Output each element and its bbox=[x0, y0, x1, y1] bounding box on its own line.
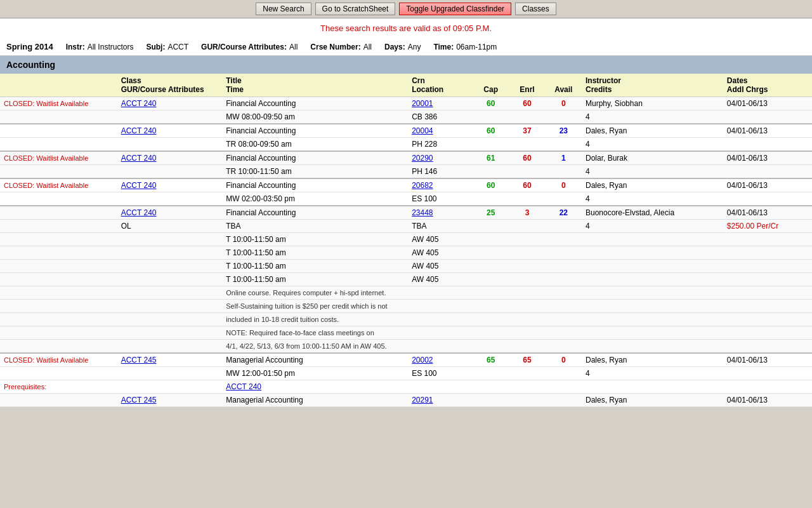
course-link[interactable]: ACCT 240 bbox=[121, 208, 157, 217]
section-header: Accounting bbox=[0, 56, 812, 74]
col-header-crn: Crn Location bbox=[408, 74, 473, 97]
closed-label: CLOSED: Waitlist Available bbox=[4, 100, 88, 107]
instr-item: Instr: All Instructors bbox=[66, 43, 134, 51]
crn-link[interactable]: 20001 bbox=[412, 99, 433, 108]
instr-value: All Instructors bbox=[88, 43, 134, 51]
table-row: ACCT 245 Managerial Accounting 20291 Dal… bbox=[0, 394, 812, 407]
scratch-sheet-button[interactable]: Go to ScratchSheet bbox=[315, 3, 396, 15]
col-header-title: Title Time bbox=[222, 74, 408, 97]
results-table: Class GUR/Course Attributes Title Time C… bbox=[0, 74, 812, 407]
column-header-row: Class GUR/Course Attributes Title Time C… bbox=[0, 74, 812, 97]
course-link[interactable]: ACCT 240 bbox=[121, 154, 157, 163]
col-header-instructor: Instructor Credits bbox=[582, 74, 723, 97]
row1-cap: 60 bbox=[473, 97, 509, 110]
table-row: MW 12:00-01:50 pm ES 100 4 bbox=[0, 367, 812, 380]
crse-label: Crse Number: bbox=[310, 43, 360, 51]
note-text: Online course. Requires computer + hi-sp… bbox=[226, 289, 386, 297]
table-row: MW 02:00-03:50 pm ES 100 4 bbox=[0, 192, 812, 206]
subj-label: Subj: bbox=[146, 43, 165, 51]
crn-link[interactable]: 20290 bbox=[412, 154, 433, 163]
status-bar: These search results are valid as of 09:… bbox=[0, 18, 812, 38]
note-text: NOTE: Required face-to-face class meetin… bbox=[226, 329, 374, 337]
row1-status: CLOSED: Waitlist Available bbox=[0, 97, 117, 110]
row1-location: CB 386 bbox=[408, 110, 473, 124]
table-row: TR 10:00-11:50 am PH 146 4 bbox=[0, 165, 812, 179]
gur-value: All bbox=[289, 43, 298, 51]
col-header-cap: Cap bbox=[473, 74, 509, 97]
prereq-course-link[interactable]: ACCT 240 bbox=[226, 382, 261, 391]
time-item: Time: 06am-11pm bbox=[433, 43, 497, 51]
row1-dates: 04/01-06/13 bbox=[723, 97, 812, 110]
row1-enrl: 60 bbox=[509, 97, 545, 110]
days-value: Any bbox=[408, 43, 421, 51]
col-header-enrl: Enrl bbox=[509, 74, 545, 97]
col-header-dates: Dates Addl Chrgs bbox=[723, 74, 812, 97]
row1-title: Financial Accounting bbox=[222, 97, 408, 110]
gur-item: GUR/Course Attributes: All bbox=[201, 43, 298, 51]
crn-link[interactable]: 20002 bbox=[412, 356, 433, 364]
instr-label: Instr: bbox=[66, 43, 85, 51]
closed-label: CLOSED: Waitlist Available bbox=[4, 182, 88, 189]
table-row: ACCT 240 Financial Accounting 23448 25 3… bbox=[0, 206, 812, 220]
table-row: T 10:00-11:50 am AW 405 bbox=[0, 233, 812, 246]
semester-label: Spring 2014 bbox=[6, 42, 53, 51]
note-text: 4/1, 4/22, 5/13, 6/3 from 10:00-11:50 AM… bbox=[226, 342, 386, 350]
table-row: OL TBA TBA 4 $250.00 Per/Cr bbox=[0, 220, 812, 233]
table-row: CLOSED: Waitlist Available ACCT 240 Fina… bbox=[0, 151, 812, 165]
prereq-label: Prerequisites: bbox=[4, 383, 46, 391]
course-link[interactable]: ACCT 245 bbox=[121, 396, 157, 404]
course-link[interactable]: ACCT 240 bbox=[121, 181, 157, 190]
crn-link[interactable]: 20291 bbox=[412, 396, 433, 404]
table-row: T 10:00-11:50 am AW 405 bbox=[0, 246, 812, 260]
row1-crn: 20001 bbox=[408, 97, 473, 110]
course-link[interactable]: ACCT 245 bbox=[121, 356, 157, 364]
table-row: CLOSED: Waitlist Available ACCT 240 Fina… bbox=[0, 178, 812, 192]
section-title: Accounting bbox=[6, 60, 55, 70]
row1-avail: 0 bbox=[546, 97, 582, 110]
table-row: T 10:00-11:50 am AW 405 bbox=[0, 273, 812, 286]
table-row: Online course. Requires computer + hi-sp… bbox=[0, 286, 812, 300]
course-link[interactable]: ACCT 240 bbox=[121, 99, 157, 108]
note-text: included in 10-18 credit tuition costs. bbox=[226, 316, 339, 323]
crn-link[interactable]: 20682 bbox=[412, 181, 433, 190]
table-row: CLOSED: Waitlist Available ACCT 240 Fina… bbox=[0, 97, 812, 110]
toolbar: New Search Go to ScratchSheet Toggle Upg… bbox=[0, 0, 812, 18]
table-row: NOTE: Required face-to-face class meetin… bbox=[0, 326, 812, 340]
addl-charge: $250.00 Per/Cr bbox=[727, 222, 778, 231]
row1-time: MW 08:00-09:50 am bbox=[222, 110, 408, 124]
time-value: 06am-11pm bbox=[456, 43, 497, 51]
col-header-class: Class GUR/Course Attributes bbox=[117, 74, 223, 97]
table-row: T 10:00-11:50 am AW 405 bbox=[0, 260, 812, 273]
table-row: Prerequisites: ACCT 240 bbox=[0, 380, 812, 394]
col-header-status bbox=[0, 74, 117, 97]
table-row: ACCT 240 Financial Accounting 20004 60 3… bbox=[0, 124, 812, 138]
row1-instructor: Murphy, Siobhan bbox=[582, 97, 723, 110]
crse-item: Crse Number: All bbox=[310, 43, 372, 51]
time-label: Time: bbox=[433, 43, 454, 51]
subj-value: ACCT bbox=[167, 43, 188, 51]
note-text: Self-Sustaining tuition is $250 per cred… bbox=[226, 302, 387, 310]
gur-label: GUR/Course Attributes: bbox=[201, 43, 287, 51]
status-message: These search results are valid as of 09:… bbox=[320, 23, 492, 33]
closed-label: CLOSED: Waitlist Available bbox=[4, 154, 88, 162]
classes-button[interactable]: Classes bbox=[515, 3, 556, 15]
table-row: included in 10-18 credit tuition costs. bbox=[0, 313, 812, 326]
days-label: Days: bbox=[384, 43, 405, 51]
days-item: Days: Any bbox=[384, 43, 421, 51]
crse-value: All bbox=[363, 43, 372, 51]
crn-link[interactable]: 20004 bbox=[412, 126, 433, 135]
new-search-button[interactable]: New Search bbox=[256, 3, 311, 15]
closed-label: CLOSED: Waitlist Available bbox=[4, 356, 88, 364]
course-link[interactable]: ACCT 240 bbox=[121, 126, 157, 135]
table-row: CLOSED: Waitlist Available ACCT 245 Mana… bbox=[0, 353, 812, 367]
toggle-classfinder-button[interactable]: Toggle Upgraded Classfinder bbox=[399, 3, 511, 15]
row1-course: ACCT 240 bbox=[117, 97, 223, 110]
table-row: 4/1, 4/22, 5/13, 6/3 from 10:00-11:50 AM… bbox=[0, 340, 812, 354]
subj-item: Subj: ACCT bbox=[146, 43, 188, 51]
crn-link[interactable]: 23448 bbox=[412, 208, 433, 217]
semester-item: Spring 2014 bbox=[6, 42, 53, 51]
table-row: Self-Sustaining tuition is $250 per cred… bbox=[0, 300, 812, 313]
table-row: TR 08:00-09:50 am PH 228 4 bbox=[0, 138, 812, 152]
table-row: MW 08:00-09:50 am CB 386 4 bbox=[0, 110, 812, 124]
col-header-avail: Avail bbox=[546, 74, 582, 97]
